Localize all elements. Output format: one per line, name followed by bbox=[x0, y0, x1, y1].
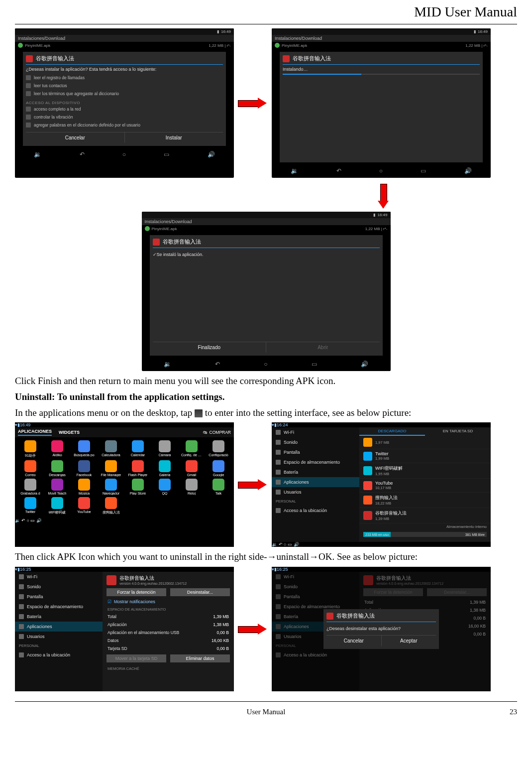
app-launcher-item[interactable]: WiFi密码破 bbox=[45, 497, 70, 515]
android-navbar: 🔉 ↶ ○ ▭ 🔊 bbox=[272, 165, 491, 176]
recent-icon[interactable]: ▭ bbox=[421, 167, 426, 174]
app-list-item[interactable]: 谷歌拼音输入法1,39 MB bbox=[359, 508, 491, 523]
sidebar-item-storage[interactable]: Espacio de almacenamiento bbox=[15, 602, 103, 612]
tab-widgets[interactable]: WIDGETS bbox=[59, 430, 80, 435]
permission-item: leer el registro de llamadas bbox=[34, 75, 85, 80]
tab-applications[interactable]: APLICACIONES bbox=[18, 429, 52, 436]
sidebar-item-battery[interactable]: Batería bbox=[272, 467, 359, 477]
settings-icon bbox=[195, 409, 203, 417]
back-icon[interactable]: ↶ bbox=[80, 151, 85, 158]
app-launcher-item[interactable]: Flash Player bbox=[125, 460, 150, 477]
app-launcher-item[interactable]: Calculadora bbox=[99, 440, 123, 458]
uninstall-button[interactable]: Desinstalar... bbox=[170, 588, 230, 596]
sidebar-item-wifi[interactable]: Wi-Fi bbox=[15, 572, 103, 582]
sidebar-item-storage[interactable]: Espacio de almacenamiento bbox=[272, 457, 359, 467]
app-launcher-item[interactable]: Descargas bbox=[45, 460, 70, 477]
tab-downloaded[interactable]: DESCARGADO bbox=[359, 427, 425, 436]
app-list-item[interactable]: Twitter1,99 MB bbox=[359, 449, 491, 463]
vol-up-icon[interactable]: 🔊 bbox=[464, 167, 472, 174]
install-button[interactable]: Instalar bbox=[124, 132, 223, 143]
app-list-item[interactable]: 搜狗输入法18,22 MB bbox=[359, 493, 491, 508]
sidebar-item-wifi[interactable]: Wi-Fi bbox=[272, 572, 359, 582]
recent-icon[interactable]: ▭ bbox=[312, 361, 317, 368]
sidebar-item-sound[interactable]: Sonido bbox=[272, 582, 359, 592]
app-list-item[interactable]: YouTube10,17 MB bbox=[359, 479, 491, 493]
app-launcher-item[interactable]: File Manager bbox=[99, 460, 123, 477]
vol-up-icon[interactable]: 🔊 bbox=[361, 361, 368, 368]
app-launcher-item[interactable]: Facebook bbox=[72, 460, 97, 477]
app-launcher-item[interactable]: Búsqueda po bbox=[72, 440, 97, 458]
app-launcher-item[interactable]: Talk bbox=[206, 479, 231, 495]
open-button[interactable]: Abrir bbox=[266, 342, 380, 353]
vol-up-icon[interactable]: 🔊 bbox=[208, 151, 215, 158]
sidebar-item-wifi[interactable]: Wi-Fi bbox=[272, 427, 359, 437]
app-launcher-item[interactable]: Aldiko bbox=[45, 440, 70, 458]
app-launcher-item[interactable]: Grabadora d bbox=[18, 479, 43, 495]
move-sd-button[interactable]: Mover a la tarjeta SD bbox=[106, 654, 166, 662]
sidebar-item-sound[interactable]: Sonido bbox=[15, 582, 103, 592]
app-launcher-item[interactable]: Google bbox=[206, 460, 231, 477]
force-stop-button[interactable]: Forzar la detención bbox=[106, 588, 166, 596]
sidebar-item-users[interactable]: Usuarios bbox=[15, 632, 103, 642]
app-launcher-item[interactable]: Música bbox=[72, 479, 97, 495]
app-launcher-item[interactable]: Reloj bbox=[179, 479, 204, 495]
back-icon[interactable]: ↶ bbox=[336, 167, 341, 174]
sidebar-item-location[interactable]: Acceso a la ubicación bbox=[272, 650, 359, 660]
recent-icon[interactable]: ▭ bbox=[288, 542, 292, 547]
vol-up-icon[interactable]: 🔊 bbox=[294, 542, 299, 547]
home-icon[interactable]: ○ bbox=[284, 542, 286, 547]
cancel-button[interactable]: Cancelar bbox=[26, 132, 124, 143]
done-button[interactable]: Finalizado bbox=[153, 342, 266, 353]
vol-down-icon[interactable]: 🔉 bbox=[291, 167, 298, 174]
cancel-button[interactable]: Cancelar bbox=[326, 636, 381, 646]
home-icon[interactable]: ○ bbox=[379, 167, 383, 174]
back-icon[interactable]: ↶ bbox=[215, 361, 220, 368]
sidebar-item-location[interactable]: Acceso a la ubicación bbox=[272, 506, 359, 515]
app-launcher-item[interactable]: Calendar bbox=[125, 440, 150, 458]
clear-data-button[interactable]: Eliminar datos bbox=[170, 654, 230, 662]
vol-down-icon[interactable]: 🔉 bbox=[15, 518, 20, 523]
app-launcher-item[interactable]: QQ bbox=[152, 479, 177, 495]
heading-uninstall: Uninstall: To uninstall from the applica… bbox=[15, 391, 517, 403]
app-list-item[interactable]: 1,97 MB bbox=[359, 436, 491, 449]
app-launcher-item[interactable]: Movil Teach bbox=[45, 479, 70, 495]
home-icon[interactable]: ○ bbox=[122, 151, 126, 158]
shop-button[interactable]: COMPRAR bbox=[210, 430, 231, 435]
app-launcher-item[interactable]: Navegador bbox=[99, 479, 123, 495]
checkbox-icon[interactable]: ☑ bbox=[107, 599, 111, 604]
sidebar-item-display[interactable]: Pantalla bbox=[272, 592, 359, 602]
app-launcher-item[interactable]: Gmail bbox=[179, 460, 204, 477]
app-launcher-item[interactable]: 搜狗输入法 bbox=[99, 497, 123, 515]
app-launcher-item[interactable]: 91助手 bbox=[18, 440, 43, 458]
app-launcher-item[interactable]: Play Store bbox=[125, 479, 150, 495]
app-launcher-item[interactable]: Configuració bbox=[206, 440, 231, 458]
sidebar-item-display[interactable]: Pantalla bbox=[15, 592, 103, 602]
ok-button[interactable]: Aceptar bbox=[381, 636, 436, 646]
home-icon[interactable]: ○ bbox=[27, 518, 29, 523]
back-icon[interactable]: ↶ bbox=[279, 542, 283, 547]
sidebar-item-users[interactable]: Usuarios bbox=[272, 487, 359, 497]
tab-sd[interactable]: EN TARJETA SD bbox=[425, 427, 491, 436]
sidebar-item-battery[interactable]: Batería bbox=[15, 612, 103, 622]
app-launcher-item[interactable]: Galería bbox=[152, 460, 177, 477]
app-launcher-item[interactable]: YouTube bbox=[72, 497, 97, 515]
app-launcher-item[interactable]: Cámara bbox=[152, 440, 177, 458]
app-launcher-item[interactable]: Correo bbox=[18, 460, 43, 477]
recent-icon[interactable]: ▭ bbox=[164, 151, 169, 158]
dialog-title: 谷歌拼音输入法 bbox=[336, 612, 375, 620]
sidebar-item-location[interactable]: Acceso a la ubicación bbox=[15, 650, 103, 660]
vol-down-icon[interactable]: 🔉 bbox=[272, 542, 277, 547]
sidebar-item-sound[interactable]: Sonido bbox=[272, 437, 359, 447]
app-launcher-item[interactable]: Config. de Go bbox=[179, 440, 204, 458]
home-icon[interactable]: ○ bbox=[264, 361, 267, 368]
sidebar-item-apps[interactable]: Aplicaciones bbox=[272, 477, 359, 487]
back-icon[interactable]: ↶ bbox=[21, 518, 25, 523]
vol-up-icon[interactable]: 🔊 bbox=[36, 518, 42, 523]
vol-down-icon[interactable]: 🔉 bbox=[34, 151, 41, 158]
sidebar-item-apps[interactable]: Aplicaciones bbox=[15, 622, 103, 632]
recent-icon[interactable]: ▭ bbox=[30, 518, 35, 523]
app-list-item[interactable]: WIFI密码破解1,95 MB bbox=[359, 463, 491, 479]
app-launcher-item[interactable]: Twitter bbox=[18, 497, 43, 515]
sidebar-item-display[interactable]: Pantalla bbox=[272, 447, 359, 457]
vol-down-icon[interactable]: 🔉 bbox=[164, 361, 171, 368]
